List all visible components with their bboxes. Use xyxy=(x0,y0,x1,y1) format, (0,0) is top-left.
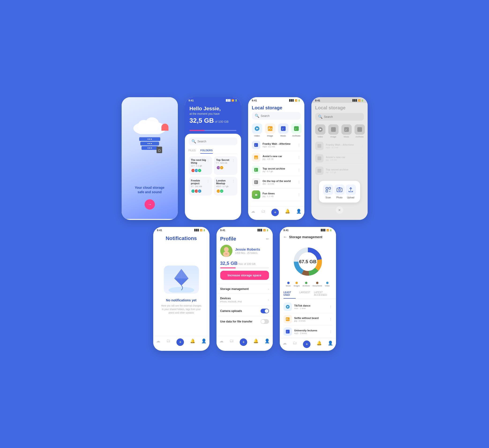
photo-label: Photo xyxy=(336,196,342,199)
kite-illustration xyxy=(164,265,199,294)
cat-label-music: Music xyxy=(280,135,286,137)
search-input-2[interactable] xyxy=(197,140,235,143)
nav-profile-5[interactable]: 👤 xyxy=(201,338,206,346)
file-menu-7-2[interactable]: ⋮ xyxy=(329,330,332,334)
nav-files-3[interactable]: 🗂 xyxy=(261,209,265,216)
cat-icon-archives: ♪ xyxy=(291,123,302,134)
nav-add-5[interactable]: + xyxy=(176,338,184,346)
subtitle-text: at the moment you have xyxy=(189,112,236,115)
popup-scan[interactable]: Scan xyxy=(323,184,334,199)
nav-bell-7[interactable]: 🔔 xyxy=(317,341,322,348)
nav-cloud-6[interactable]: ☁ xyxy=(219,338,224,346)
back-arrow-button[interactable]: ← xyxy=(284,235,287,239)
get-started-button[interactable]: → xyxy=(145,199,155,210)
nav-files-6[interactable]: 🗂 xyxy=(230,338,234,346)
folder-avatars-3: L +3 xyxy=(216,189,235,193)
cat-video[interactable]: Video xyxy=(252,123,262,137)
nav-cloud-3[interactable]: ☁ xyxy=(251,209,255,216)
legend-dot-images xyxy=(295,282,298,284)
popup-photo[interactable]: Photo xyxy=(334,184,345,199)
file-icon-1 xyxy=(252,153,260,162)
folder-info-1: 7 f · 523 mb xyxy=(216,162,229,164)
file-menu-3[interactable]: ⋮ xyxy=(297,180,301,184)
file-menu-7-1[interactable]: ⋮ xyxy=(329,317,332,321)
file-menu-0[interactable]: ⋮ xyxy=(297,143,301,147)
folder-menu-1[interactable]: ⋮ xyxy=(232,159,235,162)
file-item-7-0[interactable]: TikTok dance mov · 1 time ⋮ xyxy=(284,301,332,313)
cat-music[interactable]: ♪ Music xyxy=(278,123,288,137)
file-details-0: Franky Wah - Aftertime mp3 · 9.2 mb xyxy=(263,142,297,148)
folder-card-0[interactable]: The next big thing 12 f · 2.1 gb ⋮ J A + xyxy=(189,156,212,175)
nav-add-6[interactable]: + xyxy=(240,338,247,346)
scan-icon xyxy=(323,184,334,195)
menu-camera-uploads[interactable]: Camera uploads xyxy=(217,306,273,316)
edit-profile-icon[interactable]: ✏ xyxy=(266,237,269,241)
sort-tab-largest[interactable]: LARGEST xyxy=(300,289,310,299)
menu-devices[interactable]: Devices iPhone, Macbook, iPad › xyxy=(217,294,273,306)
nav-cloud-5[interactable]: ☁ xyxy=(156,338,160,346)
data-transfer-toggle[interactable] xyxy=(261,319,269,324)
legend-label-video: Video xyxy=(325,285,329,287)
person-icon xyxy=(162,124,169,131)
nav-bell-3[interactable]: 🔔 xyxy=(285,209,290,216)
file-item-7-2[interactable]: ♪ University lectures mp3 · 3 times ⋮ xyxy=(284,326,332,338)
screen4-title: Local storage xyxy=(311,103,368,113)
sort-tab-latest[interactable]: LATEST ACCESSED xyxy=(314,289,332,299)
status-bar-4: 9:41 ▊▊▊ 📶 🔋 xyxy=(311,97,368,103)
nav-profile-6[interactable]: 👤 xyxy=(265,338,270,346)
nav-bell-6[interactable]: 🔔 xyxy=(253,338,258,346)
folder-card-1[interactable]: Top Secret 7 f · 523 mb ⋮ T +2 xyxy=(214,156,237,175)
upgrade-button[interactable]: Increase storage space xyxy=(220,271,269,280)
folder-card-3[interactable]: London Meetup 453 f · 1.7 gb ⋮ L +3 xyxy=(214,177,237,196)
folder-card-2[interactable]: Freebie project 3 f · 192 mb ⋮ F J A xyxy=(189,177,212,196)
tab-folders[interactable]: FOLDERS xyxy=(200,148,213,154)
upload-icon xyxy=(346,184,356,195)
search-bar-2[interactable]: 🔍 xyxy=(189,137,237,145)
camera-uploads-toggle[interactable] xyxy=(261,309,269,313)
file-menu-7-0[interactable]: ⋮ xyxy=(329,305,332,309)
storage-total: of 100 GB xyxy=(215,120,229,123)
menu-storage-mgmt[interactable]: Storage management › xyxy=(217,284,273,294)
file-item-2[interactable]: Z Top secret archive zip · 3.7 gb ⋮ xyxy=(252,164,301,176)
file-item-0[interactable]: ♪ Franky Wah - Aftertime mp3 · 9.2 mb ⋮ xyxy=(252,139,301,151)
file-menu-4[interactable]: ⋮ xyxy=(297,193,301,196)
menu-data-transfer[interactable]: Use data for file transfer xyxy=(217,316,273,327)
folder-menu-2[interactable]: ⋮ xyxy=(206,179,210,183)
cat-archives[interactable]: ♪ Archives xyxy=(291,123,302,137)
nav-files-7[interactable]: 🗂 xyxy=(293,341,297,348)
file-item-7-1[interactable]: Selfie without beard jpg · 2 times ⋮ xyxy=(284,313,332,326)
search-bar-3[interactable]: 🔍 xyxy=(252,112,301,120)
tab-files[interactable]: FILES xyxy=(189,148,196,154)
nav-profile-3[interactable]: 👤 xyxy=(296,209,301,216)
menu-label-3: Use data for file transfer xyxy=(220,320,253,323)
folder-menu-3[interactable]: ⋮ xyxy=(232,179,235,183)
folder-info-0: 12 f · 2.1 gb xyxy=(191,165,206,167)
app-container: Your cloud storage safe and sound → 9:41… xyxy=(116,97,374,351)
folder-name-1: Top Secret xyxy=(216,159,229,161)
search-input-3[interactable] xyxy=(261,114,298,118)
close-popup-button[interactable]: ✕ xyxy=(336,206,343,214)
file-menu-1[interactable]: ⋮ xyxy=(297,155,301,159)
file-item-4[interactable]: 🏔 Fun times jpg · 1.1 mb ⋮ xyxy=(252,189,301,201)
popup-upload[interactable]: Upload xyxy=(346,184,356,199)
nav-add-7[interactable]: + xyxy=(303,341,310,348)
folder-menu-0[interactable]: ⋮ xyxy=(206,159,210,162)
profile-user-row: Jessie Roberts 1458 files · 25 folders xyxy=(220,245,269,257)
nav-cloud-7[interactable]: ☁ xyxy=(283,341,287,348)
nav-files-5[interactable]: 🗂 xyxy=(166,338,171,346)
nav-add-3[interactable]: + xyxy=(271,209,279,216)
folder-name-3: London Meetup xyxy=(216,179,232,185)
nav-profile-7[interactable]: 👤 xyxy=(328,341,333,348)
screen-profile: 9:41 ▊▊▊ 📶 🔋 Profile ✏ xyxy=(217,227,273,351)
total-storage-label: 67.5 GB xyxy=(299,259,316,264)
cat-image[interactable]: Image xyxy=(265,123,275,137)
cat-label-archives: Archives xyxy=(292,135,300,137)
file-item-3[interactable]: D On the top of the world doc · 2.3 mb ⋮ xyxy=(252,176,301,189)
nav-bell-5[interactable]: 🔔 xyxy=(190,338,195,346)
time-display-5: 9:41 xyxy=(157,229,162,232)
file-item-1[interactable]: Annie's new car jpg · 4.8 mb ⋮ xyxy=(252,151,301,164)
sort-tab-least-used[interactable]: LEAST USED xyxy=(284,289,296,299)
file-menu-2[interactable]: ⋮ xyxy=(297,168,301,172)
svg-text:♪: ♪ xyxy=(255,144,256,146)
menu-item-left-0: Storage management xyxy=(220,287,249,291)
